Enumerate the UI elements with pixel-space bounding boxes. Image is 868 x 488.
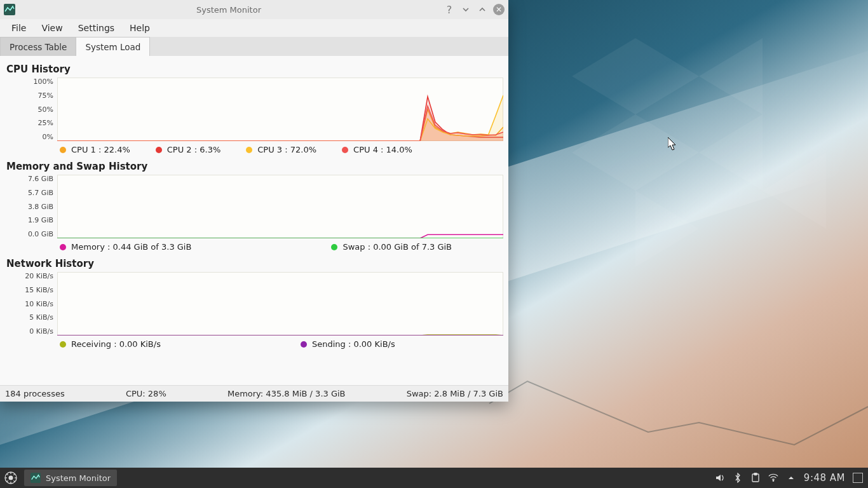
clipboard-icon[interactable] — [750, 473, 761, 483]
network-section: Network History 20 KiB/s 15 KiB/s 10 KiB… — [5, 257, 503, 350]
memory-section: Memory and Swap History 7.6 GiB 5.7 GiB … — [5, 159, 503, 253]
status-cpu: CPU: 28% — [126, 389, 166, 398]
maximize-button[interactable] — [477, 4, 488, 15]
tray-arrow-icon[interactable] — [786, 473, 796, 483]
legend-swap: Swap : 0.00 GiB of 7.3 GiB — [331, 242, 452, 252]
window-title: System Monitor — [19, 5, 438, 15]
legend-cpu4: CPU 4 : 14.0% — [342, 145, 412, 154]
task-system-monitor[interactable]: System Monitor — [24, 470, 117, 486]
legend-cpu3: CPU 3 : 72.0% — [246, 145, 316, 154]
statusbar: 184 processes CPU: 28% Memory: 435.8 MiB… — [0, 385, 508, 402]
svg-point-13 — [9, 476, 13, 480]
system-tray: 9:48 AM — [715, 472, 868, 484]
sound-icon[interactable] — [715, 473, 725, 483]
cpu-title: CPU History — [6, 64, 502, 75]
cpu-legend: CPU 1 : 22.4% CPU 2 : 6.3% CPU 3 : 72.0%… — [57, 141, 503, 156]
menu-settings[interactable]: Settings — [71, 20, 122, 36]
legend-cpu2: CPU 2 : 6.3% — [156, 145, 221, 154]
task-app-icon — [31, 473, 41, 483]
minimize-button[interactable] — [460, 4, 471, 15]
svg-rect-25 — [754, 473, 757, 475]
cpu-chart — [57, 78, 503, 141]
tabs: Process Table System Load — [0, 37, 508, 56]
task-label: System Monitor — [46, 473, 111, 483]
start-button[interactable] — [0, 468, 22, 488]
svg-point-26 — [773, 480, 774, 482]
taskbar: System Monitor 9:48 AM — [0, 468, 868, 488]
tab-process-table[interactable]: Process Table — [0, 37, 76, 56]
system-load-panel: CPU History 100% 75% 50% 25% 0% CPU 1 : … — [0, 56, 508, 385]
svg-line-20 — [7, 480, 8, 482]
svg-marker-23 — [716, 475, 721, 481]
status-processes: 184 processes — [5, 389, 65, 398]
menubar: File View Settings Help — [0, 19, 508, 37]
svg-line-21 — [13, 474, 15, 475]
legend-sending: Sending : 0.00 KiB/s — [301, 339, 395, 349]
wifi-icon[interactable] — [768, 473, 778, 483]
cpu-yaxis: 100% 75% 50% 25% 0% — [5, 78, 57, 141]
legend-memory: Memory : 0.44 GiB of 3.3 GiB — [60, 242, 191, 252]
status-swap: Swap: 2.8 MiB / 7.3 GiB — [407, 389, 503, 398]
cpu-section: CPU History 100% 75% 50% 25% 0% CPU 1 : … — [5, 62, 503, 156]
show-desktop-button[interactable] — [853, 473, 863, 483]
bluetooth-icon[interactable] — [733, 473, 743, 483]
network-legend: Receiving : 0.00 KiB/s Sending : 0.00 Ki… — [57, 336, 503, 350]
memory-chart — [57, 175, 503, 238]
svg-marker-27 — [789, 477, 794, 479]
titlebar[interactable]: System Monitor ? ✕ — [0, 0, 508, 19]
network-title: Network History — [6, 258, 502, 269]
memory-yaxis: 7.6 GiB 5.7 GiB 3.8 GiB 1.9 GiB 0.0 GiB — [5, 175, 57, 238]
system-monitor-window: System Monitor ? ✕ File View Settings He… — [0, 0, 508, 402]
tab-system-load[interactable]: System Load — [76, 37, 150, 56]
network-chart — [57, 272, 503, 336]
taskbar-clock[interactable]: 9:48 AM — [804, 472, 845, 484]
menu-view[interactable]: View — [34, 20, 70, 36]
menu-file[interactable]: File — [4, 20, 34, 36]
menu-help[interactable]: Help — [122, 20, 158, 36]
svg-line-18 — [7, 474, 8, 475]
app-icon — [4, 4, 15, 15]
legend-receiving: Receiving : 0.00 KiB/s — [60, 339, 161, 349]
network-yaxis: 20 KiB/s 15 KiB/s 10 KiB/s 5 KiB/s 0 KiB… — [5, 272, 57, 336]
help-button[interactable]: ? — [444, 4, 455, 15]
memory-title: Memory and Swap History — [6, 161, 502, 172]
status-memory: Memory: 435.8 MiB / 3.3 GiB — [227, 389, 346, 398]
close-button[interactable]: ✕ — [493, 4, 505, 15]
svg-line-19 — [13, 480, 15, 482]
memory-legend: Memory : 0.44 GiB of 3.3 GiB Swap : 0.00… — [57, 238, 503, 253]
legend-cpu1: CPU 1 : 22.4% — [60, 145, 130, 154]
